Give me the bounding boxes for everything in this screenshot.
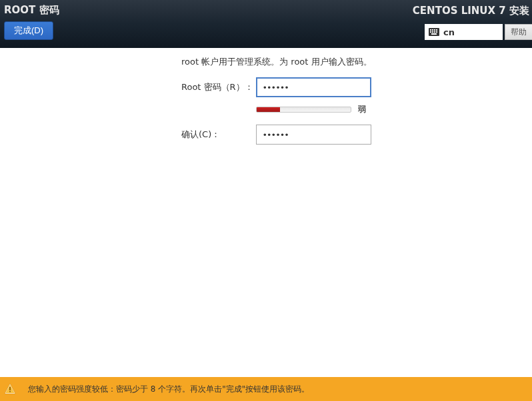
keyboard-icon: [429, 28, 439, 36]
password-strength-meter: [256, 107, 351, 113]
keyboard-layout-indicator[interactable]: cn: [425, 24, 503, 40]
warning-bar: 您输入的密码强度较低：密码少于 8 个字符。再次单击"完成"按钮使用该密码。: [0, 377, 532, 401]
installer-title: CENTOS LINUX 7 安装: [413, 5, 529, 17]
svg-rect-4: [436, 29, 437, 31]
page-title: ROOT 密码: [4, 4, 59, 17]
svg-rect-8: [436, 31, 437, 33]
confirm-password-input[interactable]: [256, 125, 371, 145]
description-text: root 帐户用于管理系统。为 root 用户输入密码。: [181, 56, 532, 68]
svg-rect-3: [434, 29, 435, 31]
password-label: Root 密码（R）：: [0, 81, 256, 93]
confirm-row: 确认(C)：: [0, 125, 532, 145]
svg-rect-2: [432, 29, 433, 31]
svg-rect-1: [430, 29, 431, 31]
warning-message: 您输入的密码强度较低：密码少于 8 个字符。再次单击"完成"按钮使用该密码。: [28, 384, 309, 395]
svg-rect-10: [9, 387, 11, 390]
help-button[interactable]: 帮助: [505, 24, 532, 40]
header-bar: ROOT 密码 完成(D) CENTOS LINUX 7 安装 cn 帮助: [0, 0, 532, 48]
confirm-label: 确认(C)：: [0, 129, 256, 141]
content-area: root 帐户用于管理系统。为 root 用户输入密码。 Root 密码（R）：…: [0, 48, 532, 145]
strength-row: 弱: [256, 104, 532, 115]
svg-rect-5: [430, 31, 431, 33]
done-button[interactable]: 完成(D): [4, 21, 53, 40]
keyboard-layout-code: cn: [443, 27, 455, 37]
password-strength-label: 弱: [358, 104, 366, 115]
root-password-input[interactable]: [256, 77, 371, 97]
warning-icon: [4, 383, 16, 395]
password-strength-fill: [257, 107, 280, 112]
password-row: Root 密码（R）：: [0, 77, 532, 97]
svg-rect-7: [434, 31, 435, 33]
svg-rect-9: [431, 33, 437, 35]
svg-rect-6: [432, 31, 433, 33]
svg-rect-11: [9, 391, 11, 392]
